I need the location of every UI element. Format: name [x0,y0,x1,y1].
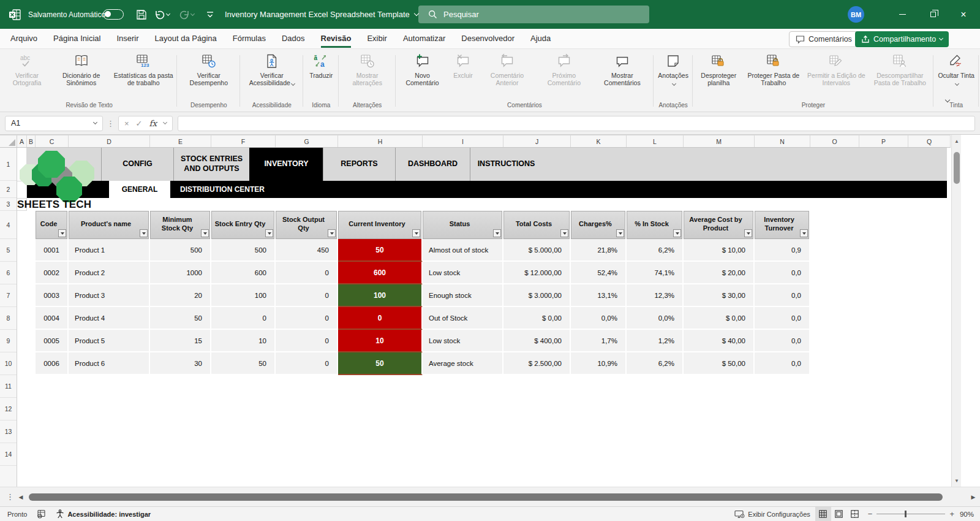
table-cell[interactable]: Average stock [423,352,503,375]
search-input[interactable]: Pesquisar [418,6,649,23]
verificar-acessibilidade-button[interactable]: Verificar Acessibilidade [242,50,301,88]
column-header-g[interactable]: G [276,135,338,147]
cell-current-inventory[interactable]: 50 [338,352,423,375]
column-header-a[interactable]: A [17,135,27,147]
cell-current-inventory[interactable]: 10 [338,330,423,352]
table-cell[interactable]: 500 [150,239,211,262]
table-header-status[interactable]: Status [423,211,503,239]
table-cell[interactable]: 0,0 [755,262,810,284]
close-button[interactable]: × [949,0,978,29]
table-cell[interactable]: Almost out of stock [423,239,503,262]
nav-tab-inventory[interactable]: INVENTORY [249,148,323,181]
column-header-l[interactable]: L [627,135,684,147]
table-cell[interactable]: 0 [276,262,338,284]
table-cell[interactable]: $ 30,00 [684,284,755,307]
table-header-inventory-turnover[interactable]: Inventory Turnover [755,211,810,239]
table-header-stock-output-qty[interactable]: Stock Output Qty [276,211,338,239]
row-header-14[interactable]: 14 [0,443,17,466]
table-cell[interactable]: Product 5 [69,330,150,352]
filter-button[interactable] [201,229,209,237]
filter-button[interactable] [493,229,501,237]
table-cell[interactable]: 0,0 [755,307,810,330]
proteger-pasta-de-trabalho-button[interactable]: Proteger Pasta de Trabalho [742,50,804,88]
table-header-charges[interactable]: Charges% [571,211,627,239]
sheet-tabs-dots-icon[interactable]: ⋮ [6,492,14,501]
column-header-d[interactable]: D [69,135,150,147]
column-header-h[interactable]: H [338,135,423,147]
ocultar-tinta-button[interactable]: Ocultar Tinta [935,50,977,88]
menu-tab-inserir[interactable]: Inserir [108,29,146,48]
table-cell[interactable]: $ 0,00 [684,307,755,330]
traduzir-button[interactable]: ãaTraduzir [305,50,337,80]
table-cell[interactable]: Product 4 [69,307,150,330]
table-cell[interactable]: 450 [276,239,338,262]
menu-tab-f-rmulas[interactable]: Fórmulas [225,29,274,48]
row-header-7[interactable]: 7 [0,284,17,307]
table-cell[interactable]: 12,3% [627,284,684,307]
undo-menu-chevron[interactable] [164,0,172,29]
row-header-4[interactable]: 4 [0,211,17,239]
table-cell[interactable]: 15 [150,330,211,352]
column-header-c[interactable]: C [36,135,69,147]
anota-es-button[interactable]: Anotações [655,50,691,88]
vertical-scrollbar[interactable]: ▲ ▼ [951,135,961,487]
excel-app-icon[interactable] [6,0,24,29]
menu-tab-exibir[interactable]: Exibir [359,29,395,48]
table-cell[interactable]: Low stock [423,330,503,352]
table-cell[interactable]: 0002 [36,262,69,284]
row-header-5[interactable]: 5 [0,239,17,262]
table-header-code[interactable]: Code [36,211,69,239]
column-header-n[interactable]: N [755,135,810,147]
table-cell[interactable]: Product 6 [69,352,150,375]
table-header-current-inventory[interactable]: Current Inventory [338,211,423,239]
table-cell[interactable]: 1,2% [627,330,684,352]
table-cell[interactable]: Low stock [423,262,503,284]
table-cell[interactable]: $ 0,00 [503,307,571,330]
filter-button[interactable] [58,229,66,237]
table-cell[interactable]: 0,0 [755,352,810,375]
table-cell[interactable]: $ 5.000,00 [503,239,571,262]
normal-view-button[interactable] [815,507,831,521]
column-header-b[interactable]: B [27,135,36,147]
column-header-f[interactable]: F [211,135,276,147]
zoom-out-button[interactable]: − [868,509,873,519]
zoom-level[interactable]: 90% [959,511,980,518]
column-header-o[interactable]: O [810,135,859,147]
horizontal-scrollbar[interactable] [28,493,964,501]
menu-tab-dados[interactable]: Dados [274,29,313,48]
menu-tab-automatizar[interactable]: Automatizar [395,29,453,48]
menu-tab-revis-o[interactable]: Revisão [313,29,360,48]
table-cell[interactable]: 13,1% [571,284,627,307]
menu-tab-arquivo[interactable]: Arquivo [2,29,45,48]
table-cell[interactable]: Product 1 [69,239,150,262]
row-header-10[interactable]: 10 [0,352,17,375]
table-header-in-stock[interactable]: % In Stock [627,211,684,239]
table-cell[interactable]: 0006 [36,352,69,375]
restore-button[interactable] [919,0,947,29]
menu-tab-layout-da-p-gina[interactable]: Layout da Página [147,29,225,48]
table-cell[interactable]: 50 [211,352,276,375]
table-cell[interactable]: 10,9% [571,352,627,375]
quick-access-toolbar-icon[interactable] [201,0,219,29]
table-cell[interactable]: $ 400,00 [503,330,571,352]
filter-button[interactable] [412,229,420,237]
table-cell[interactable]: 1,7% [571,330,627,352]
table-cell[interactable]: Product 2 [69,262,150,284]
insert-function-icon[interactable]: fx [149,118,157,128]
desproteger-planilha-button[interactable]: Desproteger planilha [695,50,742,88]
table-cell[interactable]: 0,9 [755,239,810,262]
scroll-down-icon[interactable]: ▼ [952,476,962,485]
table-cell[interactable]: 52,4% [571,262,627,284]
table-cell[interactable]: 0,0 [755,284,810,307]
row-header-1[interactable]: 1 [0,148,17,181]
row-header-6[interactable]: 6 [0,262,17,284]
avatar[interactable]: BM [848,6,864,23]
sub-tab-general[interactable]: GENERAL [109,181,170,198]
table-cell[interactable]: 1000 [150,262,211,284]
mostrar-coment-rios-button[interactable]: Mostrar Comentários [593,50,652,88]
table-cell[interactable]: 600 [211,262,276,284]
table-cell[interactable]: 21,8% [571,239,627,262]
autosave-toggle[interactable] [103,0,124,29]
cell-current-inventory[interactable]: 600 [338,262,423,284]
table-cell[interactable]: 0003 [36,284,69,307]
